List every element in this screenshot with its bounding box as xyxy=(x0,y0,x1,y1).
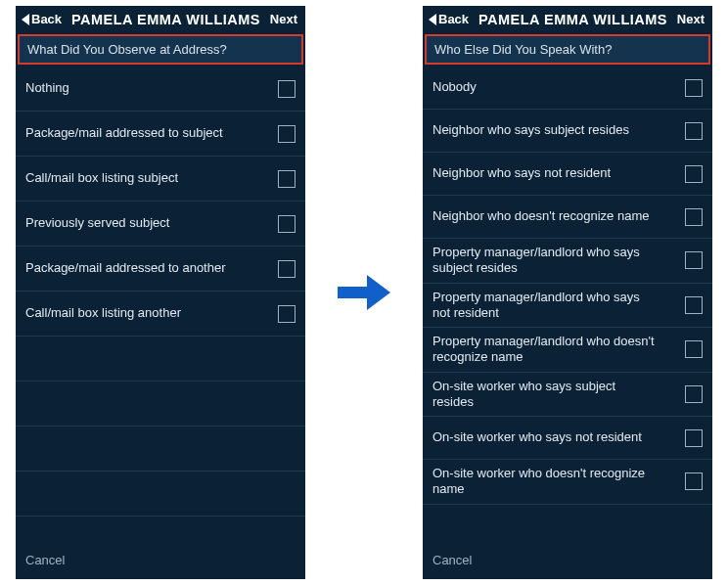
list-item[interactable]: Nobody xyxy=(423,67,712,110)
back-button[interactable]: Back xyxy=(20,10,64,28)
list-item-label: Property manager/landlord who says not r… xyxy=(432,284,658,328)
cancel-button[interactable]: Cancel xyxy=(423,543,712,579)
checkbox-icon[interactable] xyxy=(685,122,703,140)
list-item-label: On-site worker who says subject resides xyxy=(432,373,658,417)
checkbox-icon[interactable] xyxy=(278,125,296,143)
back-label: Back xyxy=(31,12,62,26)
list-item[interactable]: Call/mail box listing another xyxy=(16,292,305,337)
list-item-label: Package/mail addressed to another xyxy=(25,254,226,282)
page-title: PAMELA EMMA WILLIAMS xyxy=(64,12,268,27)
list-item-label: Call/mail box listing subject xyxy=(25,164,178,192)
list-item[interactable]: Package/mail addressed to another xyxy=(16,247,305,292)
checkbox-icon[interactable] xyxy=(278,260,296,278)
list-item[interactable]: Neighbor who says subject resides xyxy=(423,110,712,153)
page-title: PAMELA EMMA WILLIAMS xyxy=(471,12,675,27)
list-item[interactable]: Neighbor who doesn't recognize name xyxy=(423,196,712,239)
empty-row xyxy=(16,337,305,382)
section-header: Who Else Did You Speak With? xyxy=(425,34,710,65)
back-label: Back xyxy=(438,12,469,26)
list-item[interactable]: Previously served subject xyxy=(16,202,305,247)
back-icon xyxy=(429,14,436,25)
checkbox-icon[interactable] xyxy=(685,296,703,314)
list-item[interactable]: Nothing xyxy=(16,67,305,112)
list-item-label: On-site worker who says not resident xyxy=(432,424,642,451)
checkbox-icon[interactable] xyxy=(685,79,703,97)
checkbox-icon[interactable] xyxy=(685,251,703,269)
checkbox-icon[interactable] xyxy=(685,472,703,490)
list-item[interactable]: Property manager/landlord who doesn't re… xyxy=(423,328,712,373)
list-item[interactable]: Call/mail box listing subject xyxy=(16,157,305,202)
list-item-label: Nothing xyxy=(25,74,69,102)
empty-row xyxy=(16,382,305,427)
checkbox-icon[interactable] xyxy=(278,305,296,323)
list-item[interactable]: Property manager/landlord who says not r… xyxy=(423,284,712,329)
list-item-label: Property manager/landlord who doesn't re… xyxy=(432,328,658,372)
checkbox-icon[interactable] xyxy=(278,215,296,233)
options-list-speakwith: Nobody Neighbor who says subject resides… xyxy=(423,67,712,543)
empty-row xyxy=(16,427,305,472)
screen-speakwith: Back PAMELA EMMA WILLIAMS Next Who Else … xyxy=(423,6,712,579)
list-item-label: On-site worker who doesn't recognize nam… xyxy=(432,460,658,504)
checkbox-icon[interactable] xyxy=(685,165,703,183)
list-item[interactable]: On-site worker who says subject resides xyxy=(423,373,712,418)
list-item-label: Neighbor who doesn't recognize name xyxy=(432,202,649,230)
list-item-label: Neighbor who says not resident xyxy=(432,159,611,187)
top-bar: Back PAMELA EMMA WILLIAMS Next xyxy=(16,6,305,32)
list-item-label: Nobody xyxy=(432,73,477,101)
checkbox-icon[interactable] xyxy=(685,385,703,403)
checkbox-icon[interactable] xyxy=(278,80,296,98)
list-item-label: Call/mail box listing another xyxy=(25,299,181,327)
options-list-observe: Nothing Package/mail addressed to subjec… xyxy=(16,67,305,543)
list-item-label: Previously served subject xyxy=(25,209,169,237)
transition-arrow xyxy=(333,279,395,306)
back-icon xyxy=(22,14,29,25)
screen-observe: Back PAMELA EMMA WILLIAMS Next What Did … xyxy=(16,6,305,579)
list-item[interactable]: Property manager/landlord who says subje… xyxy=(423,239,712,284)
top-bar: Back PAMELA EMMA WILLIAMS Next xyxy=(423,6,712,32)
section-header: What Did You Observe at Address? xyxy=(18,34,303,65)
list-item[interactable]: Neighbor who says not resident xyxy=(423,153,712,196)
list-item-label: Neighbor who says subject resides xyxy=(432,116,629,144)
list-item[interactable]: On-site worker who says not resident xyxy=(423,417,712,460)
list-item-label: Property manager/landlord who says subje… xyxy=(432,239,658,283)
back-button[interactable]: Back xyxy=(427,10,471,28)
next-button[interactable]: Next xyxy=(268,10,299,28)
list-item[interactable]: Package/mail addressed to subject xyxy=(16,112,305,157)
empty-row xyxy=(16,472,305,517)
list-item[interactable]: On-site worker who doesn't recognize nam… xyxy=(423,460,712,505)
checkbox-icon[interactable] xyxy=(278,170,296,188)
next-button[interactable]: Next xyxy=(675,10,706,28)
checkbox-icon[interactable] xyxy=(685,340,703,358)
cancel-button[interactable]: Cancel xyxy=(16,543,305,579)
list-item-label: Package/mail addressed to subject xyxy=(25,119,223,147)
checkbox-icon[interactable] xyxy=(685,208,703,226)
checkbox-icon[interactable] xyxy=(685,429,703,447)
arrow-right-icon xyxy=(338,279,390,306)
